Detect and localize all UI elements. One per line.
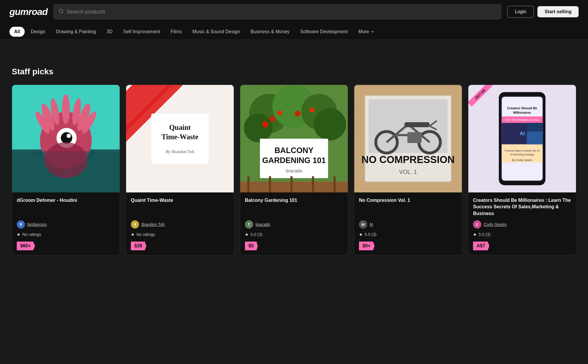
card-footer-5: A$7 [468,241,576,255]
svg-text:tiracado: tiracado [286,168,303,173]
logo[interactable]: gumroad [9,6,48,17]
svg-rect-42 [247,176,249,192]
svg-text:Creators Should Be: Creators Should Be [507,106,537,110]
author-name-2[interactable]: Brandon Toh [141,222,165,227]
chevron-down-icon [370,29,375,34]
nav-item-all[interactable]: All [9,27,25,37]
svg-text:T: T [248,222,250,227]
card-creators[interactable]: 2917 left Creators Should Be Millionaire… [468,85,576,255]
rating-value-5: 5.0 (3) [479,232,490,237]
svg-rect-80 [527,132,543,145]
avatar-5: C [473,220,481,229]
nav-item-business[interactable]: Business & Money [246,27,294,37]
svg-rect-45 [312,176,314,192]
card-body-4: No Compression Vol. 1 M M ★ 5.0 (3) [354,192,462,241]
card-body-5: Creators Should Be Millionaires : Learn … [468,192,576,241]
svg-rect-64 [407,132,422,143]
card-image-5: 2917 left Creators Should Be Millionaire… [468,85,576,192]
svg-point-31 [314,108,346,140]
svg-point-0 [59,9,63,13]
motorcycle-illustration: NO COMPRESSION VOL. 1 [354,85,462,192]
svg-point-35 [295,111,300,117]
svg-text:GARDENING 101: GARDENING 101 [262,156,326,165]
card-author-4: M M [359,220,457,229]
svg-text:By Cody Gestro: By Cody Gestro [512,158,532,162]
card-rating-5: ★ 5.0 (3) [473,232,571,237]
card-author-5: C Cody Gestro [473,220,571,229]
star-icon-3: ★ [245,232,249,237]
avatar-4: M [359,220,367,229]
card-quaint[interactable]: Quaint Time-Waste By Brandon Toh Quaint … [126,85,234,255]
monster-illustration [12,85,120,192]
svg-point-15 [66,134,71,138]
nav-item-more[interactable]: More [354,27,380,37]
author-name-1[interactable]: birdperson [27,222,47,227]
author-name-3[interactable]: tiracado [255,222,270,227]
svg-text:M: M [362,222,365,227]
svg-point-33 [277,110,282,115]
svg-rect-50 [354,85,462,85]
svg-text:VOL. 1: VOL. 1 [399,169,417,175]
svg-text:Quaint: Quaint [169,123,191,131]
card-rating-3: ★ 5.0 (3) [245,232,343,237]
nav-item-music[interactable]: Music & Sound Design [188,27,245,37]
nav-item-design[interactable]: Design [26,27,50,37]
balcony-illustration: BALCONY GARDENING 101 tiracado [240,85,348,192]
search-input[interactable] [67,9,496,15]
card-footer-3: $5 [240,241,348,255]
card-title-5: Creators Should Be Millionaires : Learn … [473,197,571,217]
svg-text:NO COMPRESSION: NO COMPRESSION [362,154,455,165]
card-author-2: B Brandon Toh [131,220,229,229]
hero-area [0,40,588,58]
card-dgroom[interactable]: dGroom Defomer - Houdini B birdperson ★ … [12,85,120,255]
cards-grid: dGroom Defomer - Houdini B birdperson ★ … [12,85,576,255]
nav-item-self-improvement[interactable]: Self Improvement [118,27,165,37]
svg-point-14 [61,132,72,144]
card-no-compression[interactable]: NO COMPRESSION VOL. 1 No Compression Vol… [354,85,462,255]
search-icon [59,9,64,15]
svg-point-32 [270,116,275,122]
svg-rect-46 [333,176,335,192]
svg-point-34 [262,121,268,128]
rating-value-1: No ratings [22,232,41,237]
card-image-1 [12,85,120,192]
svg-text:Practical Steps & Master the A: Practical Steps & Master the Art [505,149,540,152]
card-balcony[interactable]: BALCONY GARDENING 101 tiracado Balcony G… [240,85,348,255]
card-author-3: T tiracado [245,220,343,229]
nav-item-3d[interactable]: 3D [102,27,117,37]
author-name-5[interactable]: Cody Gestro [484,222,507,227]
login-button[interactable]: Login [507,6,534,18]
nav: All Design Drawing & Painting 3D Self Im… [0,24,588,40]
price-badge-3: $5 [245,241,258,250]
card-author-1: B birdperson [17,220,115,229]
card-body-3: Balcony Gardening 101 T tiracado ★ 5.0 (… [240,192,348,241]
card-body-1: dGroom Defomer - Houdini B birdperson ★ … [12,192,120,241]
star-icon-5: ★ [473,232,477,237]
nav-item-films[interactable]: Films [166,27,186,37]
svg-line-1 [62,12,63,13]
start-selling-button[interactable]: Start selling [537,6,579,17]
svg-text:of Marketing Strategy: of Marketing Strategy [510,153,534,156]
svg-rect-61 [405,122,430,127]
avatar-2: B [131,220,139,229]
price-badge-4: $0+ [359,241,375,250]
card-image-3: BALCONY GARDENING 101 tiracado [240,85,348,192]
rating-value-2: No ratings [136,232,155,237]
svg-text:By Brandon Toh: By Brandon Toh [166,149,194,154]
svg-text:BALCONY: BALCONY [275,146,314,155]
star-icon-4: ★ [359,232,363,237]
card-image-2: Quaint Time-Waste By Brandon Toh [126,85,234,192]
svg-text:Over 100 Strategies of Sales: Over 100 Strategies of Sales [505,118,539,121]
avatar-1: B [17,220,25,229]
search-bar [54,4,501,19]
rating-value-4: 5.0 (3) [365,232,376,237]
avatar-3: T [245,220,253,229]
svg-text:Time-Waste: Time-Waste [161,133,198,141]
svg-rect-41 [240,182,348,192]
svg-rect-44 [290,176,293,192]
nav-item-software[interactable]: Software Development [295,27,353,37]
author-name-4[interactable]: M [370,222,373,227]
card-footer-4: $0+ [354,241,462,255]
nav-item-drawing[interactable]: Drawing & Painting [51,27,101,37]
svg-point-17 [44,142,87,178]
